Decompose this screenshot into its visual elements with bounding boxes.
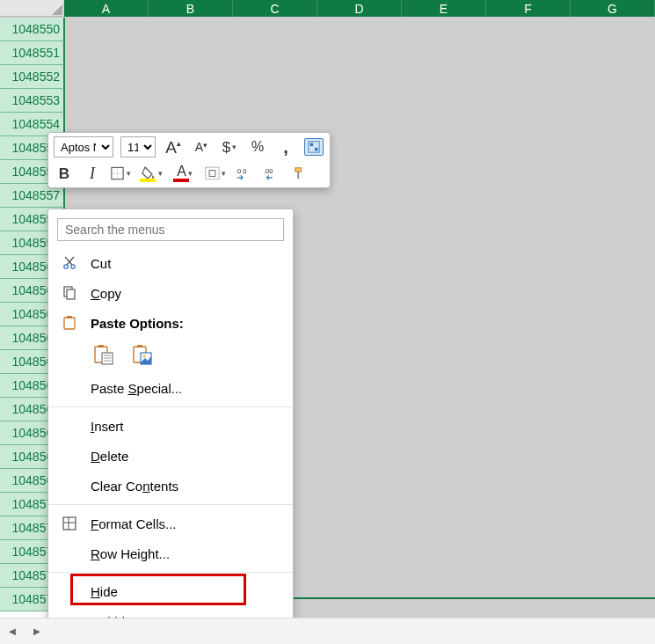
percent-format-button[interactable]: % [247, 136, 268, 157]
menu-label: Copy [91, 286, 282, 301]
svg-rect-30 [63, 517, 76, 530]
svg-rect-19 [67, 316, 72, 318]
clipboard-icon [61, 315, 78, 331]
scroll-right-arrow[interactable]: ► [25, 619, 49, 644]
menu-label: Format Cells... [91, 516, 282, 531]
copy-icon [61, 285, 78, 301]
menu-label: Delete [91, 449, 282, 464]
menu-label: Paste Special... [91, 381, 282, 396]
italic-button[interactable]: I [82, 163, 103, 184]
svg-rect-18 [64, 318, 75, 329]
svg-text:.0: .0 [236, 167, 241, 175]
menu-item-delete[interactable]: Delete [48, 441, 293, 471]
font-name-select[interactable]: Aptos Na [54, 136, 113, 157]
menu-item-format-cells[interactable]: Format Cells... [48, 509, 293, 538]
svg-rect-1 [310, 143, 314, 147]
menu-search-wrapper [57, 218, 284, 241]
menu-label: Insert [91, 419, 282, 434]
row-header-1048552[interactable]: 1048552 [0, 65, 65, 89]
svg-rect-11 [297, 172, 299, 179]
borders-button[interactable]: ▾ [110, 163, 131, 184]
menu-label: Hide [91, 584, 282, 599]
menu-label: Clear Contents [91, 479, 282, 494]
horizontal-scrollbar[interactable]: ◄ ► [0, 618, 655, 644]
format-cells-icon [61, 516, 78, 531]
column-header-A[interactable]: A [64, 0, 149, 17]
menu-item-paste-special[interactable]: Paste Special... [48, 373, 293, 403]
scroll-track[interactable] [49, 625, 655, 639]
column-header-G[interactable]: G [571, 0, 655, 17]
menu-item-copy[interactable]: Copy [48, 278, 293, 308]
decrease-decimal-button[interactable]: .00 [261, 163, 282, 184]
decrease-font-size-button[interactable]: A [191, 136, 212, 157]
column-header-C[interactable]: C [233, 0, 317, 17]
menu-separator [48, 572, 293, 573]
svg-rect-2 [315, 148, 318, 151]
mini-toolbar: Aptos Na 11 A A $▾ % , B I ▾ ▾ A ▾ ▾ [47, 132, 331, 188]
row-header-1048553[interactable]: 1048553 [0, 89, 65, 113]
paste-option-picture[interactable] [129, 341, 156, 368]
column-header-F[interactable]: F [486, 0, 571, 17]
svg-text:0: 0 [243, 167, 246, 175]
fill-color-button[interactable]: ▾ [138, 163, 164, 184]
menu-item-row-height[interactable]: Row Height... [48, 538, 293, 568]
accounting-format-button[interactable]: $▾ [219, 136, 240, 157]
select-all-corner[interactable] [0, 0, 64, 17]
menu-separator [48, 406, 293, 407]
svg-text:.00: .00 [264, 167, 273, 175]
menu-item-insert[interactable]: Insert [48, 411, 293, 441]
font-color-button[interactable]: A ▾ [171, 163, 198, 184]
svg-point-13 [71, 265, 75, 268]
svg-point-12 [64, 265, 68, 268]
column-header-B[interactable]: B [149, 0, 233, 17]
svg-point-29 [143, 355, 146, 358]
column-header-row: A B C D E F G [0, 0, 655, 18]
svg-rect-21 [98, 345, 104, 348]
menu-item-cut[interactable]: Cut [48, 248, 293, 278]
menu-label: Row Height... [91, 546, 282, 561]
merge-center-button[interactable]: ▾ [205, 163, 226, 184]
bold-button[interactable]: B [54, 163, 75, 184]
scroll-left-arrow[interactable]: ◄ [0, 619, 25, 644]
menu-item-hide[interactable]: Hide [48, 576, 293, 606]
svg-rect-7 [209, 171, 215, 177]
conditional-formatting-button[interactable] [303, 136, 324, 157]
menu-label: Paste Options: [91, 316, 282, 331]
scissors-icon [61, 255, 78, 271]
menu-separator [48, 504, 293, 505]
column-header-D[interactable]: D [317, 0, 402, 17]
row-header-1048551[interactable]: 1048551 [0, 41, 65, 65]
context-menu: Cut Copy Paste Options: Paste Special...… [47, 209, 294, 644]
svg-rect-17 [67, 289, 75, 299]
svg-rect-27 [137, 345, 142, 348]
increase-font-size-button[interactable]: A [163, 136, 184, 157]
column-header-E[interactable]: E [402, 0, 486, 17]
menu-item-clear-contents[interactable]: Clear Contents [48, 471, 293, 501]
svg-rect-6 [206, 167, 219, 179]
comma-format-button[interactable]: , [275, 136, 296, 157]
increase-decimal-button[interactable]: .00 [233, 163, 254, 184]
font-size-select[interactable]: 11 [120, 136, 156, 157]
row-header-1048550[interactable]: 1048550 [0, 18, 65, 41]
menu-label: Cut [91, 256, 282, 271]
paste-option-default[interactable] [91, 341, 117, 368]
menu-search-input[interactable] [57, 218, 284, 241]
format-painter-button[interactable] [289, 163, 310, 184]
menu-item-paste-options: Paste Options: [48, 308, 293, 338]
